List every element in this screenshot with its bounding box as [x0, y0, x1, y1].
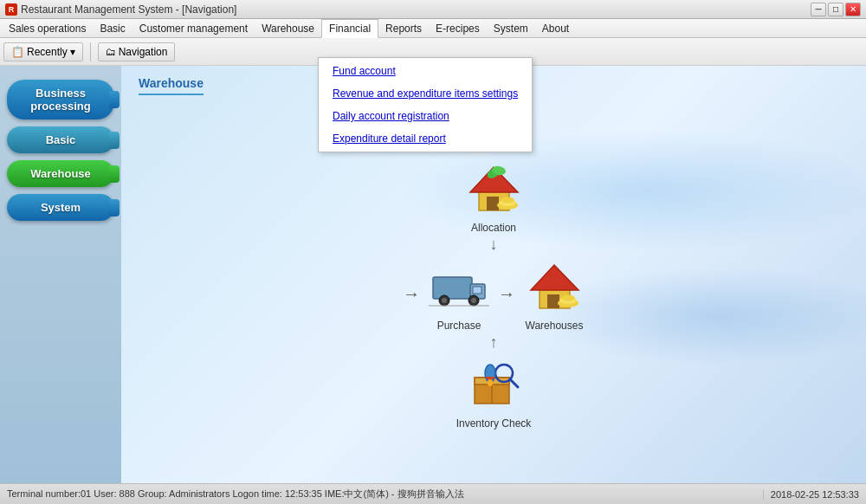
- menu-erecipes[interactable]: E-recipes: [429, 19, 487, 38]
- navigation-button[interactable]: 🗂 Navigation: [98, 42, 176, 61]
- sidebar: Business processing Basic Warehouse Syst…: [0, 66, 121, 483]
- titlebar: R Restaurant Management System - [Naviga…: [0, 0, 866, 19]
- allocation-label: Allocation: [471, 222, 516, 234]
- svg-rect-10: [473, 287, 481, 294]
- sidebar-basic[interactable]: Basic: [7, 126, 114, 153]
- menubar: Sales operations Basic Customer manageme…: [0, 19, 866, 38]
- maximize-button[interactable]: □: [828, 3, 843, 16]
- svg-point-29: [488, 379, 493, 386]
- navigation-icon: 🗂: [106, 46, 116, 58]
- purchase-node[interactable]: Purchase: [429, 255, 489, 332]
- dropdown-daily[interactable]: Daily account registration: [319, 105, 532, 127]
- recently-button[interactable]: 📋 Recently ▾: [3, 42, 83, 61]
- statusbar: Terminal number:01 User: 888 Group: Admi…: [0, 483, 866, 504]
- svg-rect-18: [547, 294, 559, 308]
- close-button[interactable]: ✕: [845, 3, 861, 16]
- allocation-node[interactable]: Allocation: [463, 158, 524, 234]
- menu-reports[interactable]: Reports: [378, 19, 429, 38]
- sidebar-business[interactable]: Business processing: [7, 80, 114, 120]
- warehouses-icon: [524, 255, 585, 316]
- dropdown-fund[interactable]: Fund account: [319, 60, 532, 82]
- inventory-icon: [463, 353, 524, 414]
- sidebar-system[interactable]: System: [7, 194, 114, 221]
- flowchart: Allocation ↓ →: [139, 113, 849, 475]
- warehouses-node[interactable]: Warehouses: [524, 255, 585, 332]
- titlebar-left: R Restaurant Management System - [Naviga…: [5, 3, 236, 16]
- inventory-node[interactable]: Inventory Check: [456, 353, 532, 430]
- menu-financial[interactable]: Financial: [321, 19, 378, 38]
- menu-sales[interactable]: Sales operations: [2, 19, 93, 38]
- toolbar-separator: [90, 42, 91, 61]
- arrow-right-1: →: [498, 284, 515, 304]
- recently-dropdown-icon: ▾: [70, 46, 75, 58]
- financial-dropdown: Fund account Revenue and expenditure ite…: [318, 57, 533, 152]
- menu-about[interactable]: About: [535, 19, 576, 38]
- recently-label: Recently: [27, 46, 68, 58]
- menu-basic[interactable]: Basic: [93, 19, 132, 38]
- svg-rect-2: [487, 197, 499, 210]
- status-right: 2018-02-25 12:53:33: [763, 489, 866, 500]
- menu-warehouse[interactable]: Warehouse: [255, 19, 321, 38]
- svg-point-12: [442, 298, 447, 303]
- svg-rect-8: [433, 277, 472, 299]
- status-left: Terminal number:01 User: 888 Group: Admi…: [0, 488, 763, 501]
- titlebar-buttons: ─ □ ✕: [811, 3, 861, 16]
- arrow-up-1: ↑: [490, 333, 498, 352]
- inventory-label: Inventory Check: [456, 417, 532, 430]
- purchase-icon: [429, 255, 489, 316]
- app-icon: R: [5, 3, 17, 16]
- menu-customer[interactable]: Customer management: [132, 19, 255, 38]
- warehouses-label: Warehouses: [526, 320, 584, 332]
- svg-line-26: [510, 379, 518, 387]
- svg-point-5: [501, 197, 514, 203]
- dropdown-revenue[interactable]: Revenue and expenditure items settings: [319, 82, 532, 105]
- arrow-left-1: →: [403, 284, 420, 304]
- dropdown-expenditure[interactable]: Expenditure detail report: [319, 127, 532, 150]
- minimize-button[interactable]: ─: [811, 3, 826, 16]
- navigation-label: Navigation: [119, 46, 168, 58]
- svg-point-21: [561, 294, 575, 300]
- content-title: Warehouse: [139, 76, 204, 95]
- menu-system[interactable]: System: [487, 19, 535, 38]
- svg-point-14: [471, 298, 476, 303]
- titlebar-title: Restaurant Management System - [Navigati…: [21, 3, 236, 16]
- allocation-icon: [463, 158, 524, 218]
- svg-marker-17: [531, 265, 578, 290]
- purchase-label: Purchase: [437, 320, 481, 332]
- sidebar-warehouse[interactable]: Warehouse: [7, 160, 114, 187]
- arrow-down-1: ↓: [490, 236, 498, 254]
- recently-icon: 📋: [11, 46, 24, 58]
